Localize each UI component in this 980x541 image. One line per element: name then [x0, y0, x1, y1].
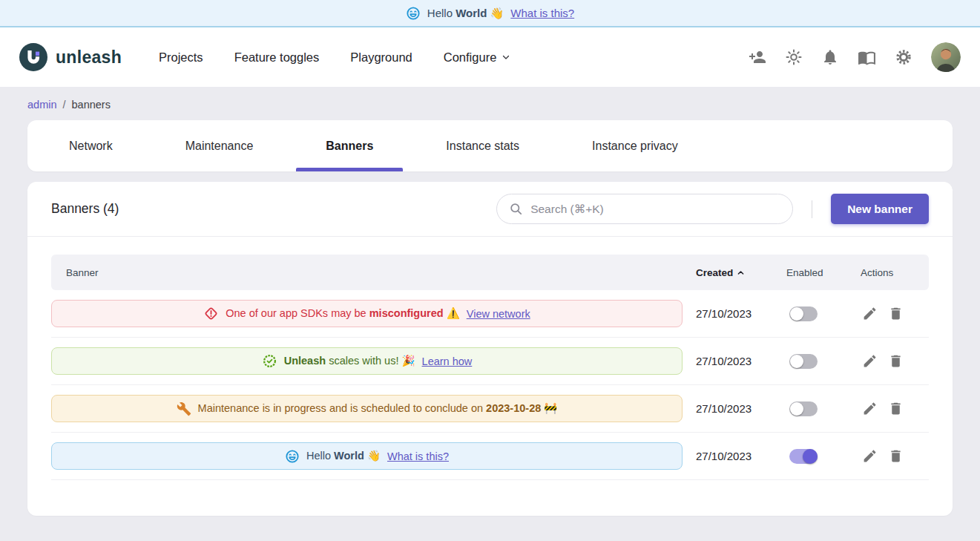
theme-sun-icon[interactable] — [785, 48, 803, 66]
delete-trash-icon[interactable] — [887, 304, 905, 323]
edit-pencil-icon[interactable] — [861, 304, 879, 323]
delete-trash-icon[interactable] — [887, 399, 905, 418]
check-badge-icon — [262, 353, 277, 369]
breadcrumb-separator: / — [63, 99, 66, 111]
table-header: Banner Created Enabled Actions — [51, 255, 929, 290]
notifications-bell-icon[interactable] — [821, 48, 839, 66]
column-header-actions: Actions — [861, 267, 929, 278]
edit-pencil-icon[interactable] — [861, 447, 879, 465]
created-date: 27/10/2023 — [696, 402, 786, 415]
column-header-created-sort[interactable]: Created — [696, 267, 746, 278]
tab-network[interactable]: Network — [39, 120, 142, 171]
settings-tabs: Network Maintenance Banners Instance sta… — [27, 120, 953, 171]
tab-instance-privacy[interactable]: Instance privacy — [562, 120, 708, 171]
banner-preview-success: Unleash scales with us! 🎉 Learn how — [51, 347, 683, 375]
nav-feature-toggles[interactable]: Feature toggles — [224, 45, 330, 71]
breadcrumb-admin-link[interactable]: admin — [27, 99, 57, 111]
announcement-bar: Hello World 👋 What is this? — [0, 0, 980, 27]
panel-header: Banners (4) New banner — [27, 182, 953, 237]
wrench-icon — [177, 401, 191, 416]
edit-pencil-icon[interactable] — [861, 352, 879, 370]
banner-preview-warning: Maintenance is in progress and is schedu… — [51, 395, 683, 422]
nav-configure[interactable]: Configure — [433, 45, 522, 71]
tab-banners[interactable]: Banners — [296, 120, 403, 171]
app-header: unleash Projects Feature toggles Playgro… — [0, 27, 980, 87]
unleash-logo[interactable]: unleash — [19, 43, 122, 71]
created-date: 27/10/2023 — [696, 307, 786, 320]
search-box — [496, 194, 793, 224]
chevron-down-icon — [501, 52, 511, 62]
tab-instance-stats[interactable]: Instance stats — [416, 120, 549, 171]
user-avatar[interactable] — [931, 42, 961, 72]
edit-pencil-icon[interactable] — [861, 399, 879, 418]
banner-message: Unleash scales with us! 🎉 — [284, 355, 415, 367]
search-input[interactable] — [530, 203, 780, 216]
banner-link[interactable]: Learn how — [422, 355, 473, 367]
settings-gear-icon[interactable] — [895, 48, 912, 66]
new-banner-button[interactable]: New banner — [831, 194, 929, 224]
banner-message: One of our app SDKs may be misconfigured… — [226, 307, 459, 320]
search-icon — [509, 202, 523, 216]
smiley-icon — [285, 449, 300, 464]
created-date: 27/10/2023 — [696, 450, 786, 462]
table-row: One of our app SDKs may be misconfigured… — [51, 290, 929, 338]
delete-trash-icon[interactable] — [887, 352, 905, 370]
announcement-link[interactable]: What is this? — [510, 7, 574, 19]
banners-table: Banner Created Enabled Actions One — [51, 255, 929, 480]
brand-name: unleash — [56, 47, 122, 68]
banner-message: Hello World 👋 — [306, 450, 381, 462]
breadcrumb: admin / banners — [0, 87, 980, 120]
breadcrumb-current: banners — [72, 99, 111, 111]
table-row: Maintenance is in progress and is schedu… — [51, 385, 929, 433]
tab-maintenance[interactable]: Maintenance — [156, 120, 283, 171]
header-actions — [749, 42, 961, 72]
banners-panel: Banners (4) New banner Banner Created — [27, 182, 953, 516]
enabled-toggle[interactable] — [789, 306, 818, 321]
enabled-toggle[interactable] — [789, 354, 818, 369]
banner-message: Maintenance is in progress and is schedu… — [198, 402, 558, 415]
enabled-toggle[interactable] — [789, 449, 818, 464]
smiley-icon — [406, 6, 421, 21]
unleash-logo-icon — [19, 43, 47, 71]
column-header-banner: Banner — [51, 267, 683, 278]
invite-user-icon[interactable] — [749, 48, 766, 66]
table-row: Unleash scales with us! 🎉 Learn how 27/1… — [51, 338, 929, 385]
enabled-toggle[interactable] — [789, 401, 818, 416]
banner-link[interactable]: What is this? — [387, 450, 449, 462]
nav-projects[interactable]: Projects — [148, 45, 214, 71]
toolbar-divider — [812, 200, 812, 218]
main-nav: Projects Feature toggles Playground Conf… — [148, 45, 522, 71]
created-date: 27/10/2023 — [696, 355, 786, 367]
sort-asc-caret-icon — [735, 267, 746, 278]
error-diamond-icon — [203, 306, 219, 321]
banner-link[interactable]: View network — [467, 308, 530, 320]
page-title: Banners (4) — [51, 201, 119, 217]
banner-preview-info: Hello World 👋 What is this? — [51, 442, 683, 470]
nav-playground[interactable]: Playground — [340, 45, 422, 71]
table-row: Hello World 👋 What is this? 27/10/2023 — [51, 433, 929, 480]
banner-preview-error: One of our app SDKs may be misconfigured… — [51, 300, 683, 327]
column-header-enabled: Enabled — [786, 267, 861, 278]
delete-trash-icon[interactable] — [887, 447, 905, 465]
docs-book-icon[interactable] — [858, 48, 876, 67]
announcement-text: Hello World 👋 — [427, 7, 504, 20]
